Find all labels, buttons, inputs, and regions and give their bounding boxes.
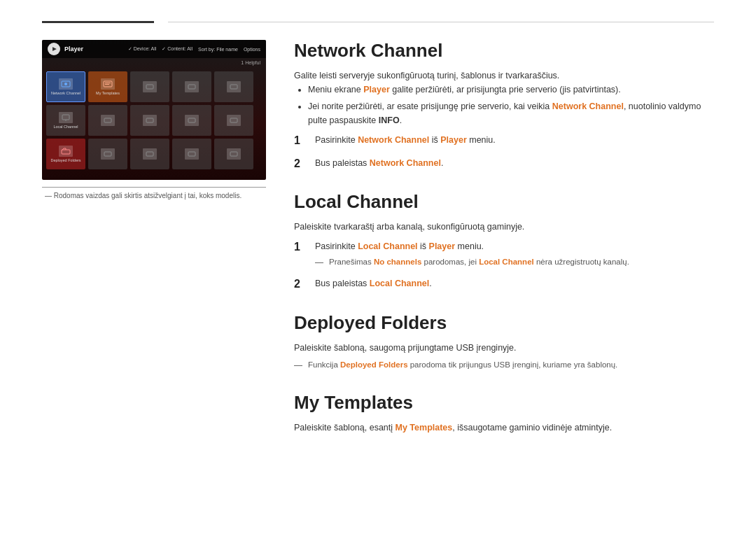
svg-rect-18	[230, 152, 237, 156]
highlight-deployed-folders: Deployed Folders	[340, 360, 408, 369]
svg-rect-7	[230, 85, 237, 89]
section-title-local: Local Channel	[294, 191, 714, 213]
highlight-player-1: Player	[363, 85, 390, 94]
deployed-intro: Paleiskite šabloną, saugomą prijungtame …	[294, 341, 714, 355]
network-step-2: 2 Bus paleistas Network Channel.	[294, 156, 714, 171]
screenshot-note: ― Rodomas vaizdas gali skirtis atsižvelg…	[42, 192, 266, 199]
local-step-number-2: 2	[294, 276, 305, 292]
step-number-1: 1	[294, 133, 305, 148]
control-options: Options	[244, 46, 260, 52]
cell-label-templates: My Templates	[96, 91, 120, 95]
main-content: ▶ Player ✓ Device: All ✓ Content: All So…	[42, 40, 714, 454]
divider-line	[168, 22, 714, 22]
control-device: ✓ Device: All	[128, 46, 157, 52]
cell-network-channel: Network Channel	[46, 71, 85, 102]
cell-r3c3	[130, 139, 169, 169]
section-my-templates: My Templates Paleiskite šabloną, esantį …	[294, 392, 714, 435]
player-header: ▶ Player ✓ Device: All ✓ Content: All So…	[42, 40, 266, 58]
cell-icon-local	[59, 112, 73, 123]
player-controls: ✓ Device: All ✓ Content: All Sort by: Fi…	[128, 46, 260, 52]
section-network-channel: Network Channel Galite leisti serveryje …	[294, 40, 714, 171]
section-local-channel: Local Channel Paleiskite tvarkaraštį arb…	[294, 191, 714, 293]
cell-icon-deployed	[59, 146, 73, 157]
section-body-local: Paleiskite tvarkaraštį arba kanalą, suko…	[294, 220, 714, 293]
cell-r1c3	[130, 71, 169, 102]
cell-icon-r2c5	[227, 115, 241, 126]
highlight-lc-subnote: Local Channel	[479, 258, 534, 266]
highlight-lc-step1: Local Channel	[358, 241, 417, 251]
divider-accent	[42, 21, 154, 23]
deployed-note-dash: ―	[294, 359, 302, 372]
cell-icon-r1c4	[185, 81, 199, 92]
highlight-network-channel: Network Channel	[552, 101, 624, 111]
section-title-deployed: Deployed Folders	[294, 312, 714, 334]
section-body-templates: Paleiskite šabloną, esantį My Templates,…	[294, 421, 714, 435]
svg-rect-16	[146, 152, 153, 156]
section-body-network: Galite leisti serveryje sukonfigūruotą t…	[294, 69, 714, 171]
cell-r3c2	[88, 139, 127, 169]
step-number-2: 2	[294, 156, 305, 171]
page-container: ▶ Player ✓ Device: All ✓ Content: All So…	[0, 0, 756, 482]
cell-icon-r3c4	[185, 148, 199, 160]
top-divider	[42, 21, 714, 23]
cell-r2c2	[88, 105, 127, 136]
network-intro: Galite leisti serveryje sukonfigūruotą t…	[294, 69, 714, 83]
grid-row-3: Deployed Folders	[46, 139, 262, 169]
section-body-deployed: Paleiskite šabloną, saugomą prijungtame …	[294, 341, 714, 372]
svg-rect-10	[104, 118, 111, 122]
sub-note-text: Pranešimas No channels parodomas, jei Lo…	[329, 256, 629, 268]
cell-label-network: Network Channel	[51, 91, 80, 95]
local-step-2: 2 Bus paleistas Local Channel.	[294, 276, 714, 292]
svg-rect-6	[188, 85, 195, 89]
section-title-network: Network Channel	[294, 40, 714, 62]
cell-icon-templates	[101, 78, 115, 90]
highlight-lc-step2: Local Channel	[370, 279, 429, 288]
deployed-note-text: Funkcija Deployed Folders parodoma tik p…	[308, 359, 617, 371]
templates-intro: Paleiskite šabloną, esantį My Templates,…	[294, 421, 714, 435]
local-step-1: 1 Pasirinkite Local Channel iš Player me…	[294, 239, 714, 269]
cell-icon-r3c5	[227, 148, 241, 160]
svg-rect-14	[62, 150, 70, 154]
svg-rect-4	[105, 84, 109, 85]
player-icon: ▶	[48, 43, 60, 55]
highlight-my-templates: My Templates	[396, 423, 453, 433]
svg-point-1	[64, 83, 67, 85]
right-column: Network Channel Galite leisti serveryje …	[294, 40, 714, 454]
svg-rect-11	[146, 118, 153, 122]
highlight-info: INFO	[379, 115, 400, 125]
cell-icon-r3c2	[101, 148, 115, 160]
svg-rect-3	[105, 83, 111, 83]
network-steps: 1 Pasirinkite Network Channel iš Player …	[294, 133, 714, 171]
svg-rect-13	[230, 118, 237, 122]
cell-label-local: Local Channel	[53, 125, 78, 129]
svg-rect-17	[188, 152, 195, 156]
local-step-text-2: Bus paleistas Local Channel.	[315, 276, 714, 290]
local-step-subnote: ― Pranešimas No channels parodomas, jei …	[315, 256, 714, 269]
local-steps: 1 Pasirinkite Local Channel iš Player me…	[294, 239, 714, 293]
svg-rect-8	[62, 115, 69, 120]
cell-r2c4	[172, 105, 211, 136]
local-step-number-1: 1	[294, 239, 305, 255]
cell-r2c3	[130, 105, 169, 136]
cell-my-templates: My Templates	[88, 71, 127, 102]
svg-rect-5	[146, 85, 153, 89]
local-intro: Paleiskite tvarkaraštį arba kanalą, suko…	[294, 220, 714, 234]
player-label: Player	[64, 45, 124, 52]
cell-icon-r2c3	[143, 115, 157, 126]
network-step-1: 1 Pasirinkite Network Channel iš Player …	[294, 133, 714, 148]
screenshot-divider	[42, 187, 266, 188]
highlight-no-channels: No channels	[374, 258, 421, 266]
cell-local-channel: Local Channel	[46, 105, 85, 136]
step-content-2: Bus paleistas Network Channel.	[315, 156, 714, 170]
local-step-text-1: Pasirinkite Local Channel iš Player meni…	[315, 241, 484, 251]
cell-icon-r2c2	[101, 115, 115, 126]
highlight-player-step1: Player	[440, 135, 467, 145]
cell-r1c4	[172, 71, 211, 102]
control-content: ✓ Content: All	[162, 46, 192, 52]
help-text: 1 Helpful	[42, 58, 266, 67]
highlight-nc-step2: Network Channel	[370, 158, 441, 168]
cell-r2c5	[214, 105, 253, 136]
left-column: ▶ Player ✓ Device: All ✓ Content: All So…	[42, 40, 266, 454]
cell-icon-r1c5	[227, 81, 241, 92]
grid-area: Network Channel My Templates	[42, 67, 266, 174]
